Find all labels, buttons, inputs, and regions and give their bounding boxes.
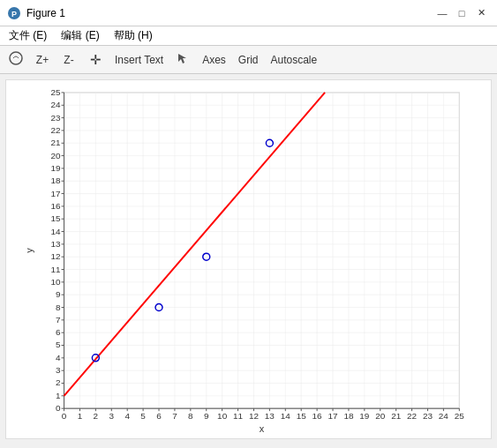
svg-text:14: 14 — [281, 411, 291, 421]
pointer-button[interactable] — [172, 49, 193, 71]
svg-text:6: 6 — [56, 327, 61, 337]
svg-text:0: 0 — [56, 403, 61, 413]
x-axis-labels: 0 1 2 3 4 5 6 7 8 9 10 11 12 13 14 15 16… — [62, 411, 465, 421]
zoom-in-button[interactable]: Z+ — [32, 49, 53, 71]
svg-text:13: 13 — [51, 239, 62, 249]
plot-container: // will be drawn inline below — [5, 79, 492, 439]
maximize-button[interactable]: □ — [453, 4, 471, 22]
move-icon: ✛ — [90, 52, 102, 68]
svg-marker-3 — [178, 54, 186, 63]
svg-text:11: 11 — [233, 411, 244, 421]
svg-text:25: 25 — [455, 411, 465, 421]
svg-text:6: 6 — [156, 411, 162, 421]
svg-text:21: 21 — [391, 411, 402, 421]
app-icon: P — [7, 6, 21, 20]
svg-text:3: 3 — [109, 411, 115, 421]
y-axis-labels: 0 1 2 3 4 5 6 7 8 9 10 11 12 13 14 15 16… — [51, 87, 62, 413]
svg-text:19: 19 — [51, 163, 62, 173]
grid-button[interactable]: Grid — [235, 49, 262, 71]
home-icon-btn[interactable] — [5, 49, 26, 71]
menu-help[interactable]: 帮助 (H) — [109, 26, 158, 45]
svg-text:13: 13 — [265, 411, 275, 421]
svg-text:18: 18 — [51, 175, 62, 185]
svg-text:14: 14 — [51, 227, 62, 236]
svg-text:11: 11 — [51, 265, 62, 274]
minimize-button[interactable]: — — [433, 4, 451, 22]
plot-svg[interactable]: // will be drawn inline below — [10, 84, 487, 435]
menu-file[interactable]: 文件 (E) — [4, 26, 52, 45]
svg-text:18: 18 — [343, 411, 354, 421]
window-title: Figure 1 — [26, 7, 65, 19]
svg-text:4: 4 — [56, 353, 61, 362]
menu-edit[interactable]: 编辑 (E) — [56, 26, 104, 45]
svg-text:19: 19 — [359, 411, 370, 421]
close-button[interactable]: ✕ — [472, 4, 490, 22]
pointer-icon — [177, 52, 189, 67]
svg-text:3: 3 — [56, 365, 61, 375]
svg-point-2 — [10, 52, 22, 64]
svg-text:10: 10 — [217, 411, 228, 421]
autoscale-button[interactable]: Autoscale — [267, 49, 321, 71]
svg-text:23: 23 — [51, 113, 62, 123]
svg-text:2: 2 — [94, 411, 99, 421]
svg-text:24: 24 — [51, 100, 62, 109]
axes-button[interactable]: Axes — [199, 49, 230, 71]
svg-text:23: 23 — [423, 411, 433, 421]
svg-text:20: 20 — [375, 411, 386, 421]
toolbar: Z+ Z- ✛ Insert Text Axes Grid Autoscale — [0, 46, 497, 74]
svg-text:24: 24 — [439, 411, 449, 421]
move-button[interactable]: ✛ — [85, 49, 106, 71]
svg-text:21: 21 — [51, 138, 62, 147]
svg-text:17: 17 — [328, 411, 338, 421]
svg-rect-4 — [64, 93, 460, 408]
svg-text:5: 5 — [140, 411, 146, 421]
svg-text:2: 2 — [56, 377, 61, 387]
home-icon — [9, 51, 23, 68]
svg-text:10: 10 — [51, 277, 62, 287]
title-bar-left: P Figure 1 — [7, 6, 65, 20]
svg-text:8: 8 — [56, 302, 61, 312]
x-axis-label: x — [260, 423, 265, 434]
svg-text:12: 12 — [249, 411, 260, 421]
svg-text:0: 0 — [62, 411, 67, 421]
svg-text:8: 8 — [188, 411, 193, 421]
svg-text:22: 22 — [407, 411, 418, 421]
svg-text:12: 12 — [51, 251, 62, 261]
y-axis-label: y — [24, 248, 34, 253]
svg-text:15: 15 — [51, 213, 62, 223]
insert-text-button[interactable]: Insert Text — [111, 49, 167, 71]
svg-text:25: 25 — [51, 87, 62, 97]
svg-text:20: 20 — [51, 151, 62, 161]
svg-text:5: 5 — [56, 340, 61, 349]
svg-text:4: 4 — [124, 411, 130, 421]
window-controls: — □ ✕ — [433, 4, 490, 22]
svg-text:P: P — [11, 10, 17, 19]
svg-text:7: 7 — [56, 315, 61, 325]
svg-text:9: 9 — [56, 289, 61, 299]
svg-text:22: 22 — [51, 125, 62, 135]
zoom-out-button[interactable]: Z- — [58, 49, 79, 71]
title-bar: P Figure 1 — □ ✕ — [0, 0, 497, 26]
svg-text:15: 15 — [297, 411, 307, 421]
svg-text:1: 1 — [78, 411, 83, 421]
svg-text:16: 16 — [51, 201, 62, 211]
menu-bar: 文件 (E) 编辑 (E) 帮助 (H) — [0, 26, 497, 46]
svg-text:7: 7 — [172, 411, 177, 421]
svg-text:17: 17 — [51, 189, 62, 198]
svg-text:9: 9 — [204, 411, 209, 421]
svg-text:16: 16 — [313, 411, 323, 421]
svg-text:1: 1 — [56, 391, 61, 400]
